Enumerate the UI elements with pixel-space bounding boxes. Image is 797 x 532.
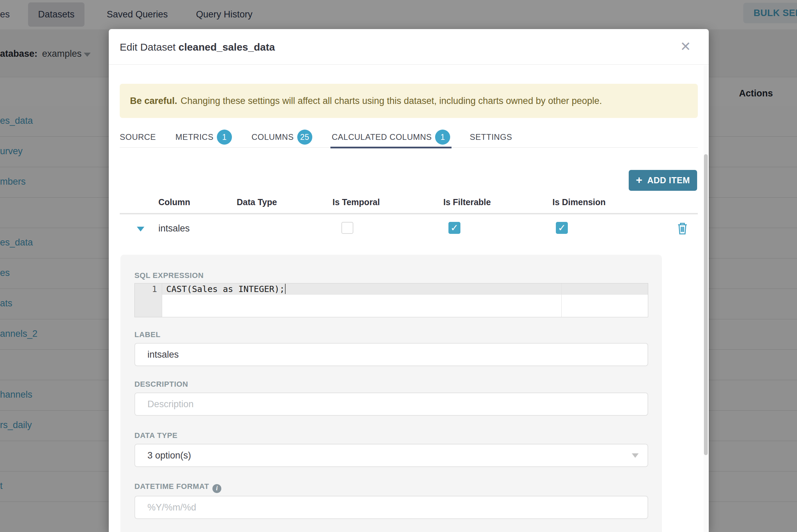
column-detail-panel: SQL EXPRESSION 1 CAST(Sales as INTEGER);… [120, 255, 662, 532]
modal-tab-bar: SOURCE METRICS1 COLUMNS25 CALCULATED COL… [120, 127, 698, 148]
warning-banner: Be careful. Changing these settings will… [120, 84, 698, 118]
modal-title: Edit Dataset cleaned_sales_data [120, 41, 275, 53]
add-item-label: ADD ITEM [647, 175, 690, 185]
info-icon[interactable]: i [212, 484, 221, 493]
trash-icon[interactable] [677, 222, 688, 235]
edit-dataset-modal: Edit Dataset cleaned_sales_data ✕ Be car… [109, 29, 709, 532]
datetime-format-label-text: DATETIME FORMAT [134, 482, 209, 491]
tab-count-badge: 25 [297, 130, 312, 145]
tab-settings[interactable]: SETTINGS [470, 127, 512, 148]
tab-label: SOURCE [120, 132, 156, 142]
description-field-label: DESCRIPTION [134, 380, 188, 389]
sql-expression-label: SQL EXPRESSION [134, 271, 204, 280]
caret-down-icon [632, 453, 639, 458]
warning-banner-bold: Be careful. [130, 96, 177, 106]
tab-count-badge: 1 [435, 130, 450, 145]
tab-count-badge: 1 [217, 130, 232, 145]
label-field-label: LABEL [134, 330, 160, 339]
modal-title-prefix: Edit Dataset [120, 41, 179, 53]
tab-label: METRICS [175, 132, 214, 142]
add-item-button[interactable]: + ADD ITEM [629, 170, 697, 191]
editor-print-margin [561, 283, 562, 317]
modal-title-dataset-name: cleaned_sales_data [179, 41, 275, 53]
tab-label: SETTINGS [470, 132, 512, 142]
label-input[interactable] [134, 343, 648, 366]
column-header: Data Type [237, 197, 277, 207]
column-header: Is Filterable [443, 197, 491, 207]
close-icon[interactable]: ✕ [680, 40, 691, 53]
editor-cursor [285, 284, 286, 294]
tab-metrics[interactable]: METRICS1 [175, 127, 232, 148]
data-type-select[interactable]: 3 option(s) [134, 444, 648, 467]
tab-source[interactable]: SOURCE [120, 127, 156, 148]
calculated-columns-header-row: Column Data Type Is Temporal Is Filterab… [120, 192, 698, 214]
tab-label: CALCULATED COLUMNS [332, 132, 432, 142]
column-header: Is Dimension [552, 197, 606, 207]
modal-scrollbar[interactable] [704, 65, 708, 532]
calculated-column-row: intsales [120, 216, 698, 247]
plus-icon: + [636, 174, 642, 185]
column-header: Is Temporal [332, 197, 380, 207]
is-filterable-checkbox[interactable] [448, 222, 460, 234]
line-number: 1 [152, 284, 157, 294]
tab-calculated-columns[interactable]: CALCULATED COLUMNS1 [332, 127, 450, 148]
column-header: Column [158, 197, 190, 207]
description-input[interactable] [134, 393, 648, 416]
data-type-value: 3 option(s) [147, 450, 191, 461]
scrollbar-thumb[interactable] [704, 154, 708, 455]
datetime-format-input[interactable] [134, 496, 648, 519]
datetime-format-field-label: DATETIME FORMATi [134, 482, 221, 493]
tab-label: COLUMNS [251, 132, 294, 142]
data-type-field-label: DATA TYPE [134, 431, 178, 440]
caret-down-icon[interactable] [137, 227, 144, 231]
sql-editor[interactable]: 1 CAST(Sales as INTEGER); [134, 283, 648, 317]
column-name: intsales [158, 223, 190, 234]
warning-banner-text: Changing these settings will affect all … [181, 96, 602, 106]
modal-header: Edit Dataset cleaned_sales_data ✕ [109, 29, 709, 65]
sql-code: CAST(Sales as INTEGER); [166, 284, 285, 294]
tab-columns[interactable]: COLUMNS25 [251, 127, 312, 148]
is-temporal-checkbox[interactable] [341, 222, 353, 234]
editor-gutter: 1 [135, 283, 162, 317]
is-dimension-checkbox[interactable] [556, 222, 568, 234]
